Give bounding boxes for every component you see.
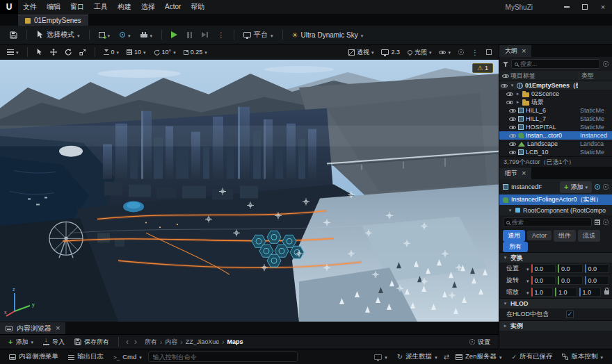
expander-icon[interactable] xyxy=(515,99,520,105)
rotate-tool-button[interactable] xyxy=(62,48,74,56)
chip-general[interactable]: 通用 xyxy=(503,230,525,242)
outliner-search[interactable] xyxy=(511,59,600,69)
menu-tools[interactable]: 工具 xyxy=(89,0,113,14)
lock-icon[interactable] xyxy=(604,290,609,295)
zen-server-button[interactable]: Zen服务器 xyxy=(452,351,505,363)
output-log-button[interactable]: 输出日志 xyxy=(65,351,107,363)
save-button[interactable] xyxy=(6,30,22,40)
chevron-down-icon[interactable] xyxy=(526,289,529,296)
expander-icon[interactable] xyxy=(515,91,520,97)
perspective-dropdown[interactable]: 透视 xyxy=(346,47,377,58)
console-input[interactable] xyxy=(153,354,293,361)
expander-icon[interactable] xyxy=(508,208,513,213)
tab-outliner[interactable]: 大纲 xyxy=(499,45,531,57)
blueprint-icon[interactable] xyxy=(595,184,600,190)
view-mode-dropdown[interactable]: 光照 xyxy=(405,47,435,58)
outliner-settings-icon[interactable] xyxy=(603,61,609,67)
chip-actor[interactable]: Actor xyxy=(527,231,551,240)
quick-add-button[interactable] xyxy=(95,30,115,40)
outliner-row-folder[interactable]: 02Scence xyxy=(499,90,612,98)
crumb-all[interactable]: 所有 xyxy=(145,338,157,347)
cb-save-all-button[interactable]: 保存所有 xyxy=(70,336,113,348)
blueprints-button[interactable] xyxy=(115,30,135,40)
cb-settings-button[interactable]: 设置 xyxy=(465,336,494,348)
viewport-settings-button[interactable] xyxy=(456,49,467,56)
close-icon[interactable] xyxy=(522,169,526,177)
eye-icon[interactable] xyxy=(506,99,513,105)
eye-icon[interactable] xyxy=(509,149,516,155)
scale-y-field[interactable]: 1.0 xyxy=(555,288,577,297)
move-tool-button[interactable] xyxy=(47,48,60,56)
chevron-down-icon[interactable] xyxy=(526,277,529,284)
outliner-row[interactable]: HILL_6 StaticMe xyxy=(499,106,612,115)
surface-snap-toggle[interactable]: 0 xyxy=(101,48,122,56)
details-settings-icon[interactable] xyxy=(603,184,609,190)
grid-snap-toggle[interactable]: 10 xyxy=(124,48,149,56)
outliner-row[interactable]: HOSPITAL StaticMe xyxy=(499,123,612,131)
play-button[interactable] xyxy=(167,30,182,40)
eye-icon[interactable] xyxy=(509,116,516,122)
menu-window[interactable]: 窗口 xyxy=(65,0,89,14)
location-x-field[interactable]: 0.0 xyxy=(531,264,556,273)
rotation-snap-toggle[interactable]: 10° xyxy=(151,48,179,56)
location-y-field[interactable]: 0.0 xyxy=(558,264,583,273)
skip-button[interactable] xyxy=(198,31,212,39)
viewport-kebab-button[interactable] xyxy=(469,48,481,57)
screen-percentage-indicator[interactable]: 2.3 xyxy=(378,48,403,56)
crumb-current[interactable]: Maps xyxy=(227,338,243,345)
console-field[interactable] xyxy=(148,351,298,362)
forward-button[interactable]: › xyxy=(132,338,139,346)
crumb-folder[interactable]: ZZ_JiaoXue xyxy=(186,338,220,345)
rotation-x-field[interactable]: 0.0 xyxy=(531,276,556,285)
scale-snap-toggle[interactable]: 0.25 xyxy=(181,48,210,56)
scale-label[interactable]: 缩放 xyxy=(506,288,524,297)
scale-x-field[interactable]: 1.0 xyxy=(531,288,554,297)
section-hlod[interactable]: HLOD xyxy=(499,298,612,308)
chip-all[interactable]: 所有 xyxy=(503,242,528,252)
level-tab[interactable]: 01EmptySenes xyxy=(18,15,88,26)
menu-help[interactable]: 帮助 xyxy=(186,0,209,14)
maximize-viewport-button[interactable] xyxy=(483,49,494,56)
viewport-options-button[interactable] xyxy=(4,48,22,56)
eye-icon[interactable] xyxy=(506,91,513,97)
selected-actor-row[interactable]: InstancedFoliageActor0（实例） xyxy=(499,195,612,205)
cb-add-button[interactable]: 添加 xyxy=(4,336,38,348)
eye-icon[interactable] xyxy=(509,124,516,130)
column-type[interactable]: 类型 xyxy=(579,72,609,81)
outliner-row[interactable]: HILL_7 StaticMe xyxy=(499,115,612,123)
show-flags-dropdown[interactable] xyxy=(436,48,453,56)
rotation-label[interactable]: 旋转 xyxy=(506,276,524,285)
details-search-input[interactable] xyxy=(512,219,588,226)
section-transform[interactable]: 变换 xyxy=(499,252,612,263)
revision-control-button[interactable]: 版本控制 xyxy=(558,351,606,363)
chip-streaming[interactable]: 流送 xyxy=(578,230,600,242)
play-options-button[interactable] xyxy=(214,30,229,40)
viewport-warning-badge[interactable]: 1 xyxy=(472,63,493,73)
column-item-label[interactable]: 项目标签 xyxy=(510,72,579,81)
cb-import-button[interactable]: 导入 xyxy=(39,336,69,348)
content-drawer-button[interactable]: 内容侧滑菜单 xyxy=(6,351,62,363)
menu-file[interactable]: 文件 xyxy=(18,0,42,14)
rotation-z-field[interactable]: 0.0 xyxy=(585,276,610,285)
sync-icon[interactable] xyxy=(444,353,449,361)
outliner-search-input[interactable] xyxy=(520,60,597,67)
viewport-scene[interactable]: 1 z y x xyxy=(0,60,499,322)
crumb-content[interactable]: 内容 xyxy=(165,338,177,347)
sky-preset-dropdown[interactable]: Ultra Dynamic Sky xyxy=(288,30,368,40)
outliner-row-folder[interactable]: 场景 xyxy=(499,98,612,106)
tab-details[interactable]: 细节 xyxy=(499,167,531,179)
scale-z-field[interactable]: 1.0 xyxy=(579,288,602,297)
cinematics-button[interactable] xyxy=(136,30,157,40)
add-component-button[interactable]: 添加 xyxy=(560,181,592,193)
select-mode-dropdown[interactable]: 选择模式 xyxy=(32,28,84,41)
visibility-column-icon[interactable] xyxy=(502,73,509,78)
maximize-button[interactable] xyxy=(576,0,594,14)
location-label[interactable]: 位置 xyxy=(506,264,524,273)
chip-components[interactable]: 组件 xyxy=(554,230,576,242)
section-instances[interactable]: 实例 xyxy=(499,320,612,331)
platforms-dropdown[interactable]: 平台 xyxy=(239,28,277,41)
menu-edit[interactable]: 编辑 xyxy=(42,0,65,14)
eye-icon[interactable] xyxy=(509,108,516,113)
details-search[interactable] xyxy=(503,217,592,227)
outliner-row-world[interactable]: 01EmptySenes（编辑器） xyxy=(499,81,612,90)
